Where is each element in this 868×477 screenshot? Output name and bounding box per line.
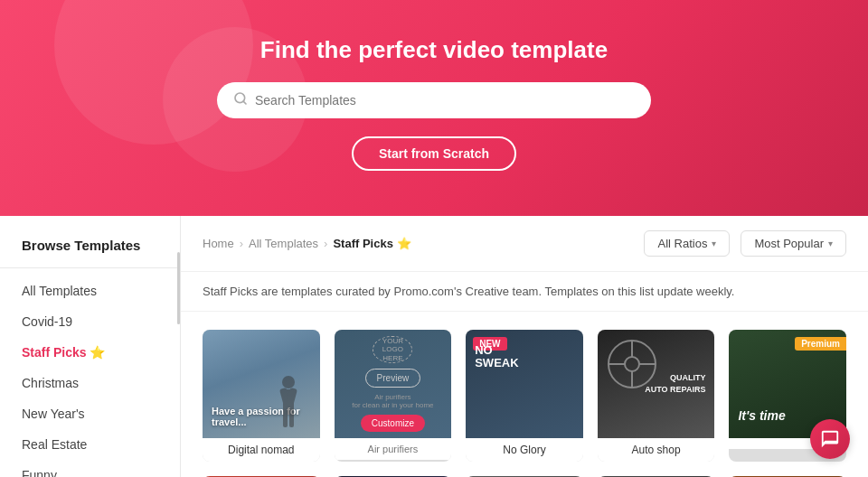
chevron-down-icon: ▾ (828, 238, 833, 248)
sidebar-item-covid[interactable]: Covid-19 (0, 306, 180, 337)
customize-button[interactable]: Customize (361, 415, 425, 432)
description-bar: Staff Picks are templates curated by Pro… (181, 272, 868, 312)
breadcrumb-sep-1: › (240, 237, 243, 250)
svg-line-1 (243, 101, 246, 104)
card-label: Digital nomad (203, 438, 320, 462)
preview-button[interactable]: Preview (365, 369, 421, 388)
hero-title: Find the perfect video template (18, 36, 850, 64)
card-overlay-text: It's time (738, 409, 785, 422)
template-grid: Have a passion for travel... Digital nom… (181, 312, 868, 477)
main-layout: Browse Templates All Templates Covid-19 … (0, 216, 868, 477)
ratio-filter-button[interactable]: All Ratios ▾ (644, 230, 730, 257)
start-from-scratch-button[interactable]: Start from Scratch (352, 136, 516, 171)
content-area: Home › All Templates › Staff Picks ⭐ All… (181, 216, 868, 477)
sort-filter-button[interactable]: Most Popular ▾ (741, 230, 846, 257)
breadcrumb: Home › All Templates › Staff Picks ⭐ (203, 237, 411, 250)
card-overlay-text: NOSWEAK (475, 344, 518, 370)
logo-placeholder: YOURLOGOHERE (373, 336, 412, 364)
template-card-digital-nomad[interactable]: Have a passion for travel... Digital nom… (203, 330, 320, 462)
card-overlay-text: Have a passion for travel... (212, 406, 320, 427)
sidebar-item-real-estate[interactable]: Real Estate (0, 429, 180, 460)
hero-section: Find the perfect video template Start fr… (0, 0, 868, 216)
template-card-no-glory[interactable]: NEW NOSWEAK No Glory (466, 330, 583, 462)
card-label: No Glory (466, 438, 583, 462)
sidebar-item-staff-picks[interactable]: Staff Picks ⭐ (0, 337, 180, 368)
svg-rect-6 (283, 411, 288, 427)
template-card-auto-shop[interactable]: QUALITYAUTO REPAIRS Auto shop (598, 330, 715, 462)
chat-support-button[interactable] (810, 419, 850, 459)
card-subtext: Air purifiersfor clean air in your home (352, 393, 433, 409)
card-label: Auto shop (598, 438, 715, 462)
sidebar-divider (0, 267, 180, 268)
chevron-down-icon: ▾ (712, 238, 716, 248)
search-input[interactable] (255, 93, 635, 108)
search-icon (233, 91, 248, 109)
sidebar-item-all-templates[interactable]: All Templates (0, 276, 180, 306)
sidebar-scrollbar[interactable] (177, 252, 180, 324)
badge-premium: Premium (795, 337, 846, 351)
breadcrumb-sep-2: › (324, 237, 327, 250)
breadcrumb-home[interactable]: Home (203, 237, 234, 250)
card-label: Air purifiers (335, 438, 452, 460)
sidebar: Browse Templates All Templates Covid-19 … (0, 216, 181, 477)
content-header: Home › All Templates › Staff Picks ⭐ All… (181, 216, 868, 272)
filters: All Ratios ▾ Most Popular ▾ (644, 230, 846, 257)
template-card-air-purifiers[interactable]: YOURLOGOHERE Preview Air purifiersfor cl… (335, 330, 452, 462)
breadcrumb-all-templates[interactable]: All Templates (249, 237, 318, 250)
card-overlay-text: QUALITYAUTO REPAIRS (645, 372, 705, 395)
sidebar-item-funny[interactable]: Funny (0, 460, 180, 477)
sidebar-heading: Browse Templates (0, 238, 180, 267)
search-bar (217, 82, 651, 118)
sidebar-item-new-years[interactable]: New Year's (0, 398, 180, 429)
breadcrumb-current: Staff Picks ⭐ (333, 237, 410, 250)
svg-point-2 (282, 376, 295, 388)
sidebar-item-christmas[interactable]: Christmas (0, 368, 180, 398)
svg-point-9 (625, 357, 639, 371)
svg-rect-7 (289, 411, 294, 427)
